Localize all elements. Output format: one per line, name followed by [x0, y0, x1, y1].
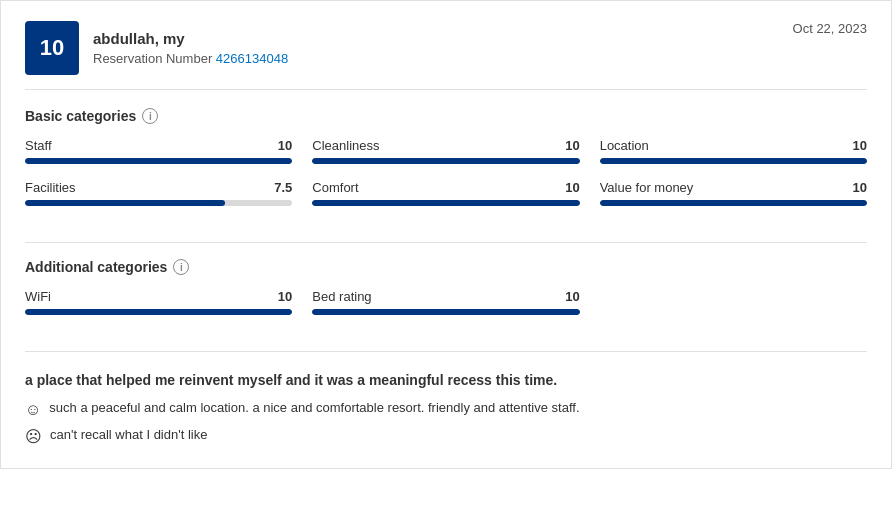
category-bed-rating-score: 10: [565, 289, 579, 304]
category-cleanliness-score: 10: [565, 138, 579, 153]
category-bed-rating-bar: [312, 309, 579, 315]
negative-icon: ☹: [25, 427, 42, 448]
category-value: Value for money 10: [600, 180, 867, 206]
section-divider: [25, 242, 867, 243]
category-cleanliness-label: Cleanliness: [312, 138, 379, 153]
reservation-number-link[interactable]: 4266134048: [216, 51, 288, 66]
category-cleanliness: Cleanliness 10: [312, 138, 579, 164]
header-left: 10 abdullah, my Reservation Number 42661…: [25, 21, 288, 75]
review-card: 10 abdullah, my Reservation Number 42661…: [0, 0, 892, 469]
category-staff: Staff 10: [25, 138, 292, 164]
category-staff-label: Staff: [25, 138, 52, 153]
reviewer-name: abdullah, my: [93, 30, 288, 47]
basic-categories-title: Basic categories i: [25, 108, 867, 124]
category-comfort-label: Comfort: [312, 180, 358, 195]
category-wifi: WiFi 10: [25, 289, 292, 315]
category-comfort-bar: [312, 200, 579, 206]
category-comfort: Comfort 10: [312, 180, 579, 206]
review-header: 10 abdullah, my Reservation Number 42661…: [25, 21, 867, 90]
review-comments: ☺ such a peaceful and calm location. a n…: [25, 400, 867, 448]
category-value-score: 10: [853, 180, 867, 195]
category-value-bar: [600, 200, 867, 206]
review-title: a place that helped me reinvent myself a…: [25, 368, 867, 388]
category-facilities: Facilities 7.5: [25, 180, 292, 206]
additional-categories-grid: WiFi 10 Bed rating 10: [25, 289, 867, 331]
category-facilities-score: 7.5: [274, 180, 292, 195]
negative-comment-row: ☹ can't recall what I didn't like: [25, 427, 867, 448]
positive-comment-row: ☺ such a peaceful and calm location. a n…: [25, 400, 867, 421]
additional-categories-title: Additional categories i: [25, 259, 867, 275]
overall-score-badge: 10: [25, 21, 79, 75]
category-wifi-bar: [25, 309, 292, 315]
category-staff-bar: [25, 158, 292, 164]
positive-comment-text: such a peaceful and calm location. a nic…: [49, 400, 579, 415]
category-location-label: Location: [600, 138, 649, 153]
category-location: Location 10: [600, 138, 867, 164]
reviewer-info: abdullah, my Reservation Number 42661340…: [93, 30, 288, 66]
negative-comment-text: can't recall what I didn't like: [50, 427, 207, 442]
category-bed-rating-label: Bed rating: [312, 289, 371, 304]
review-date: Oct 22, 2023: [793, 21, 867, 36]
review-text-divider: [25, 351, 867, 352]
category-comfort-score: 10: [565, 180, 579, 195]
category-bed-rating: Bed rating 10: [312, 289, 579, 315]
additional-categories-info-icon[interactable]: i: [173, 259, 189, 275]
additional-empty-col: [600, 289, 867, 331]
category-facilities-label: Facilities: [25, 180, 76, 195]
basic-categories-info-icon[interactable]: i: [142, 108, 158, 124]
basic-categories-grid: Staff 10 Cleanliness 10 Location 10: [25, 138, 867, 222]
category-wifi-label: WiFi: [25, 289, 51, 304]
category-value-label: Value for money: [600, 180, 694, 195]
category-wifi-score: 10: [278, 289, 292, 304]
reservation-number: Reservation Number 4266134048: [93, 51, 288, 66]
category-location-bar: [600, 158, 867, 164]
category-location-score: 10: [853, 138, 867, 153]
positive-icon: ☺: [25, 400, 41, 421]
category-cleanliness-bar: [312, 158, 579, 164]
category-staff-score: 10: [278, 138, 292, 153]
category-facilities-bar: [25, 200, 292, 206]
